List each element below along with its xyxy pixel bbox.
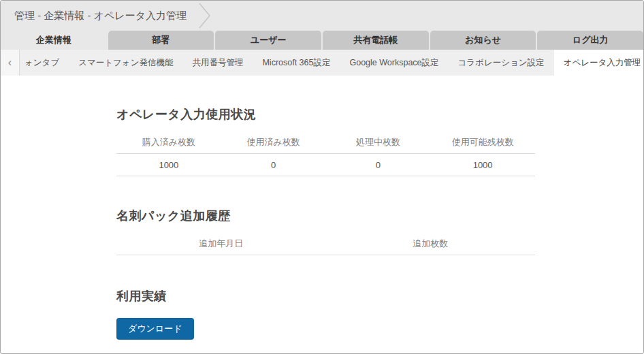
- subtab-operator-input[interactable]: オペレータ入力管理: [554, 50, 644, 76]
- tab-users[interactable]: ユーザー: [215, 31, 321, 50]
- card-pack-history-table-header: 追加年月日 追加枚数: [116, 232, 535, 255]
- tab-shared-phonebook[interactable]: 共有電話帳: [323, 31, 429, 50]
- value-processing: 0: [326, 160, 431, 170]
- breadcrumb: 管理 - 企業情報 - オペレータ入力管理: [1, 1, 643, 31]
- card-pack-history-title: 名刺パック追加履歴: [116, 208, 643, 224]
- sub-tab-bar: ‹ ォンタブ スマートフォン発信機能 共用番号管理 Microsoft 365設…: [1, 50, 643, 76]
- usage-status-table-header: 購入済み枚数 使用済み枚数 処理中枚数 使用可能残枚数: [116, 131, 535, 154]
- subtab-phone-tab[interactable]: ォンタブ: [20, 50, 69, 76]
- download-button[interactable]: ダウンロード: [116, 318, 194, 340]
- subtab-shared-number[interactable]: 共用番号管理: [182, 50, 253, 76]
- chevron-left-icon: ‹: [8, 57, 12, 69]
- tab-department[interactable]: 部署: [108, 31, 214, 50]
- value-remaining: 1000: [430, 160, 535, 170]
- col-purchased: 購入済み枚数: [116, 136, 221, 148]
- main-tab-bar: 企業情報 部署 ユーザー 共有電話帳 お知らせ ログ出力: [1, 31, 643, 50]
- col-added-date: 追加年月日: [116, 238, 326, 250]
- content-area: オペレータ入力使用状況 購入済み枚数 使用済み枚数 処理中枚数 使用可能残枚数 …: [1, 76, 643, 340]
- col-added-count: 追加枚数: [326, 238, 536, 250]
- admin-window: 管理 - 企業情報 - オペレータ入力管理 企業情報 部署 ユーザー 共有電話帳…: [0, 0, 644, 354]
- subtab-scroll-left-button[interactable]: ‹: [1, 50, 20, 76]
- breadcrumb-text: 管理 - 企業情報 - オペレータ入力管理: [14, 10, 187, 22]
- usage-results-title: 利用実績: [116, 288, 643, 304]
- breadcrumb-chevron-icon: [199, 3, 210, 29]
- tab-log-export[interactable]: ログ出力: [537, 31, 643, 50]
- subtab-google-workspace[interactable]: Google Workspace設定: [340, 50, 448, 76]
- usage-status-title: オペレータ入力使用状況: [116, 106, 643, 123]
- subtab-microsoft365[interactable]: Microsoft 365設定: [253, 50, 340, 76]
- tab-notices[interactable]: お知らせ: [430, 31, 536, 50]
- table-row: 1000 0 0 1000: [116, 154, 535, 176]
- card-pack-history-table: 追加年月日 追加枚数: [116, 232, 535, 255]
- subtab-smartphone-calling[interactable]: スマートフォン発信機能: [69, 50, 182, 76]
- subtab-collaboration[interactable]: コラボレーション設定: [449, 50, 554, 76]
- value-used: 0: [221, 160, 326, 170]
- col-used: 使用済み枚数: [221, 136, 326, 148]
- tab-company-info[interactable]: 企業情報: [1, 31, 107, 50]
- col-processing: 処理中枚数: [326, 136, 431, 148]
- usage-status-table: 購入済み枚数 使用済み枚数 処理中枚数 使用可能残枚数 1000 0 0 100…: [116, 131, 535, 176]
- col-remaining: 使用可能残枚数: [430, 136, 535, 148]
- value-purchased: 1000: [116, 160, 221, 170]
